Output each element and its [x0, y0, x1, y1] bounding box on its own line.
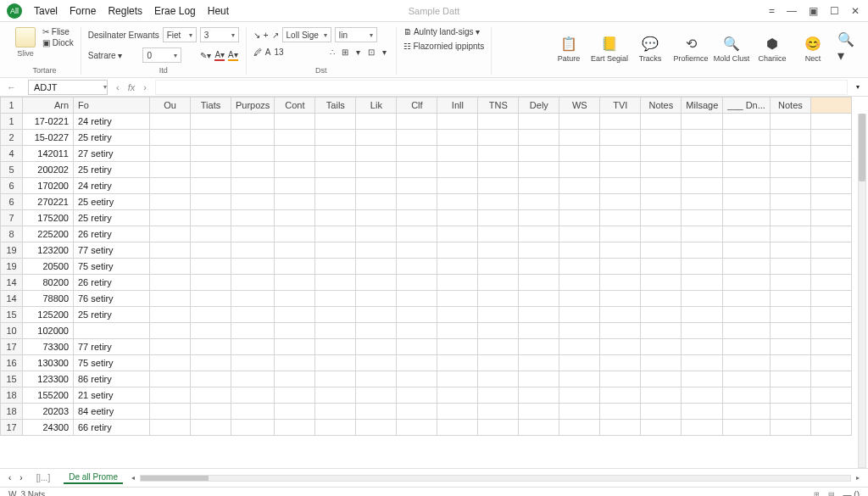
cell[interactable] — [770, 275, 810, 291]
cell[interactable] — [231, 178, 275, 194]
cell[interactable] — [275, 194, 315, 210]
cell[interactable] — [770, 371, 810, 387]
cell[interactable]: 80200 — [23, 275, 74, 291]
cell[interactable] — [682, 371, 723, 387]
cell[interactable] — [770, 307, 810, 323]
cell[interactable] — [559, 339, 600, 355]
cell[interactable] — [641, 114, 682, 130]
cell[interactable]: 20203 — [23, 404, 74, 420]
cell[interactable] — [437, 210, 478, 226]
cell[interactable] — [315, 259, 356, 275]
cell[interactable] — [600, 130, 641, 146]
cell[interactable] — [682, 114, 723, 130]
cell[interactable] — [397, 162, 437, 178]
cell[interactable] — [810, 210, 851, 226]
cell[interactable]: 170200 — [23, 178, 74, 194]
cell[interactable] — [231, 307, 275, 323]
cell[interactable] — [600, 404, 641, 420]
cell[interactable] — [600, 291, 641, 307]
col-header[interactable]: Clf — [397, 98, 437, 114]
table-row[interactable]: 148020026 retiry — [1, 275, 852, 291]
col-header[interactable]: WS — [559, 98, 600, 114]
cell[interactable] — [600, 210, 641, 226]
cell[interactable] — [519, 178, 559, 194]
cell[interactable] — [641, 291, 682, 307]
cell[interactable] — [682, 339, 723, 355]
cell[interactable] — [437, 307, 478, 323]
cell[interactable] — [315, 210, 356, 226]
table-row[interactable]: 1613030075 setiry — [1, 355, 852, 371]
cell[interactable] — [478, 355, 519, 371]
cell[interactable] — [723, 130, 771, 146]
row-header[interactable]: 7 — [1, 210, 23, 226]
cell[interactable] — [231, 259, 275, 275]
row-header[interactable]: 17 — [1, 339, 23, 355]
cell[interactable] — [231, 146, 275, 162]
cell[interactable] — [641, 210, 682, 226]
col-header[interactable]: Notes — [641, 98, 682, 114]
cell[interactable] — [150, 146, 191, 162]
cell[interactable] — [275, 130, 315, 146]
cell[interactable] — [478, 259, 519, 275]
cell[interactable] — [559, 178, 600, 194]
cell[interactable] — [559, 242, 600, 259]
col-header[interactable]: ___ Dn... — [723, 98, 771, 114]
cell[interactable] — [150, 194, 191, 210]
cell[interactable] — [275, 114, 315, 130]
cell[interactable] — [559, 291, 600, 307]
cell[interactable] — [641, 307, 682, 323]
cell[interactable] — [770, 339, 810, 355]
cell[interactable] — [275, 339, 315, 355]
cell[interactable] — [559, 210, 600, 226]
cell[interactable] — [519, 146, 559, 162]
sheet-nav-next[interactable]: › — [19, 473, 22, 482]
cell[interactable] — [810, 323, 851, 339]
col-header[interactable]: Tails — [315, 98, 356, 114]
cell[interactable] — [519, 339, 559, 355]
horizontal-scrollbar-thumb[interactable] — [141, 476, 209, 481]
table-row[interactable]: 1512520025 retiry — [1, 307, 852, 323]
vertical-scrollbar-thumb[interactable] — [859, 114, 865, 181]
cell[interactable] — [641, 226, 682, 242]
cell[interactable] — [478, 323, 519, 339]
cell[interactable] — [315, 178, 356, 194]
cell[interactable] — [559, 162, 600, 178]
name-box[interactable]: ADJT▾ — [28, 80, 108, 95]
spreadsheet-grid[interactable]: 1 Arn Fo Ou Tiats Purpozs Cont Tails Lik… — [0, 97, 852, 436]
cell[interactable] — [150, 355, 191, 371]
cell[interactable] — [397, 146, 437, 162]
fill-color-icon[interactable]: A▾ — [228, 50, 238, 61]
cell[interactable] — [770, 291, 810, 307]
cell[interactable] — [275, 178, 315, 194]
cell[interactable] — [519, 420, 559, 436]
cell[interactable] — [315, 307, 356, 323]
row-header[interactable]: 17 — [1, 420, 23, 436]
cell[interactable] — [559, 355, 600, 371]
cell[interactable] — [519, 404, 559, 420]
view-icon-2[interactable]: ▤ — [828, 491, 835, 496]
cell[interactable] — [810, 130, 851, 146]
cell[interactable]: 15-0227 — [23, 130, 74, 146]
cell[interactable]: 25 retiry — [74, 130, 150, 146]
cell[interactable] — [682, 226, 723, 242]
cell[interactable] — [478, 387, 519, 404]
cell[interactable] — [191, 387, 231, 404]
cell[interactable] — [682, 323, 723, 339]
align-dropdown[interactable]: Loll Sige▾ — [282, 27, 331, 42]
col-header[interactable]: Inll — [437, 98, 478, 114]
cell[interactable] — [231, 323, 275, 339]
cell[interactable] — [397, 194, 437, 210]
cell[interactable] — [437, 146, 478, 162]
user-avatar[interactable]: All — [7, 3, 22, 19]
cell[interactable] — [559, 404, 600, 420]
cell[interactable] — [315, 387, 356, 404]
cell[interactable] — [437, 130, 478, 146]
cell[interactable] — [231, 404, 275, 420]
cell[interactable] — [600, 323, 641, 339]
cell[interactable] — [600, 114, 641, 130]
cell[interactable] — [682, 291, 723, 307]
cell[interactable] — [356, 130, 397, 146]
table-row[interactable]: 117-022124 retiry — [1, 114, 852, 130]
row-header[interactable]: 6 — [1, 178, 23, 194]
cell[interactable] — [315, 242, 356, 259]
